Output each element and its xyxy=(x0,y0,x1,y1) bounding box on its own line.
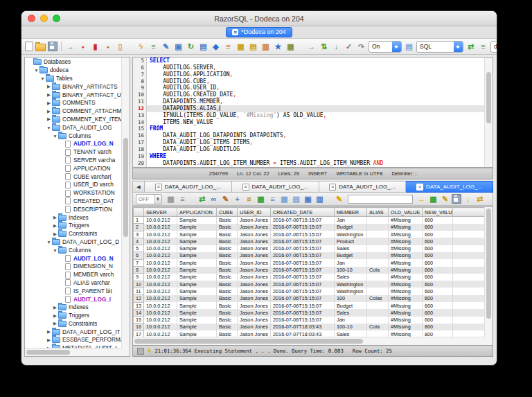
table-cell[interactable]: 600 xyxy=(423,288,453,294)
database-icon[interactable]: ▯ xyxy=(115,42,125,52)
table-cell[interactable]: Washington xyxy=(335,281,367,288)
table-cell[interactable]: #Missing xyxy=(389,274,423,281)
table-row[interactable]: 1510.0.0.212SampleBasicJason Jones2016-0… xyxy=(134,317,485,324)
table-cell[interactable]: Sample xyxy=(177,309,217,316)
table-row[interactable]: 210.0.0.212SampleBasicJason Jones2016-07… xyxy=(134,224,485,231)
table-cell[interactable]: Basic xyxy=(217,309,238,316)
table-cell[interactable]: 10.0.0.212 xyxy=(144,259,177,266)
table-cell[interactable]: #Missing xyxy=(389,281,423,288)
tree-item[interactable]: ▶COMMENTS xyxy=(25,99,122,107)
table-cell[interactable]: 600 xyxy=(423,259,453,266)
table-row[interactable]: 110.0.0.212SampleBasicJason Jones2016-07… xyxy=(134,217,485,224)
row-list-icon[interactable]: ≡ xyxy=(267,194,278,204)
window-icon[interactable]: ▤ xyxy=(404,42,414,52)
table-cell[interactable]: Jason Jones xyxy=(238,295,271,302)
expand-icon[interactable]: ▶ xyxy=(52,223,58,229)
expand-icon[interactable]: ▶ xyxy=(46,109,52,114)
table-cell[interactable]: 600 xyxy=(423,224,453,231)
table-cell[interactable] xyxy=(367,302,389,309)
results-tab[interactable]: ✕DATA_AUDIT_LOG_... xyxy=(406,181,493,193)
sync-icon[interactable]: ⇅ xyxy=(319,42,329,52)
expand-icon[interactable]: ▶ xyxy=(46,84,52,89)
collapse-icon[interactable]: ▼ xyxy=(52,248,58,253)
tree-item[interactable]: USER_ID varch xyxy=(25,181,122,189)
table-cell[interactable]: Sample xyxy=(177,224,217,231)
table-cell[interactable] xyxy=(367,231,389,238)
table-cell[interactable]: #Missing xyxy=(389,267,423,274)
table-cell[interactable]: Sample xyxy=(177,274,217,281)
table-cell[interactable]: Jason Jones xyxy=(238,309,271,316)
editor-vertical-scrollbar[interactable] xyxy=(484,58,493,167)
editor-line[interactable]: 5SELECT xyxy=(133,58,485,64)
table-cell[interactable]: 10.0.0.212 xyxy=(144,267,177,274)
sidebar-vertical-scrollbar[interactable] xyxy=(121,58,130,356)
editor-line[interactable]: 11 DATAPOINTS.MEMBER, xyxy=(133,98,485,105)
table-cell[interactable]: 10.0.0.212 xyxy=(144,309,177,316)
table-cell[interactable] xyxy=(367,317,389,324)
editor-line[interactable]: 10 AUDITLOG.CREATED_DATE, xyxy=(133,91,485,98)
table-cell[interactable]: #Missing xyxy=(389,309,423,316)
sort-rows-icon[interactable]: ≡ xyxy=(177,194,188,204)
row-number-cell[interactable]: 4 xyxy=(134,238,144,245)
expand-icon[interactable]: ▶ xyxy=(52,231,58,237)
close-tab-icon[interactable]: ✕ xyxy=(232,29,238,35)
tree-item[interactable]: ▼DATA_AUDIT_LOG xyxy=(25,123,122,132)
column-header[interactable]: CREATED_DATE xyxy=(271,208,335,217)
table-row[interactable]: 410.0.0.212SampleBasicJason Jones2016-07… xyxy=(134,238,485,245)
table-cell[interactable]: Jan xyxy=(335,317,367,324)
table-cell[interactable]: 600 xyxy=(423,252,453,259)
row-number-cell[interactable]: 11 xyxy=(134,288,144,294)
column-header[interactable]: SERVER xyxy=(144,208,177,217)
grid-vertical-scrollbar[interactable] xyxy=(484,207,493,345)
table-cell[interactable]: Jason Jones xyxy=(238,259,271,266)
table-row[interactable]: 310.0.0.212SampleBasicJason Jones2016-07… xyxy=(134,231,485,238)
table-cell[interactable]: 600 xyxy=(423,317,453,324)
tree-item[interactable]: DIMENSION_N xyxy=(25,263,122,271)
table-cell[interactable]: Sample xyxy=(177,288,217,294)
tree-item[interactable]: ▶Triggers xyxy=(25,312,122,320)
collapse-icon[interactable]: ▼ xyxy=(46,240,52,245)
editor-line[interactable]: 18 DATA_AUDIT_LOG AUDITLOG xyxy=(133,146,485,153)
close-results-tab-icon[interactable]: ✕ xyxy=(416,184,423,191)
table-cell[interactable]: Sample xyxy=(177,238,217,245)
table-cell[interactable]: Basic xyxy=(217,274,238,281)
row-number-cell[interactable]: 12 xyxy=(134,295,144,302)
favorites-icon[interactable]: ★ xyxy=(273,42,283,52)
max-rows-spinner[interactable]: OFF xyxy=(136,194,162,204)
table-cell[interactable]: 10.0.0.212 xyxy=(144,317,177,324)
connection-select[interactable]: dodeca xyxy=(490,41,497,53)
table-row[interactable]: 1610.0.0.212SampleBasicJason Jones2016-0… xyxy=(134,324,485,330)
table-cell[interactable]: Cola xyxy=(367,324,389,330)
table-cell[interactable]: Basic xyxy=(217,224,238,231)
editor-tab[interactable]: ✕ *Dodeca on 204 xyxy=(226,27,292,37)
scrollbar-thumb[interactable] xyxy=(486,209,491,319)
table-cell[interactable] xyxy=(367,224,389,231)
table-cell[interactable]: 2016-07-06T15:15:07 xyxy=(271,288,335,294)
table-cell[interactable]: #Missing xyxy=(389,217,423,224)
column-header[interactable]: ALIAS xyxy=(367,208,389,217)
table-cell[interactable]: Washington xyxy=(335,231,367,238)
editor-line[interactable]: 14 ITEMS.NEW_VALUE xyxy=(133,119,485,126)
close-results-tab-icon[interactable]: ✕ xyxy=(155,184,162,191)
table-cell[interactable]: Basic xyxy=(217,252,238,259)
table-cell[interactable]: 600 xyxy=(423,309,453,316)
table-cell[interactable]: #Missing xyxy=(389,245,423,252)
table-cell[interactable]: 600 xyxy=(423,295,453,302)
tree-item[interactable]: ▶DATA_AUDIT_LOG_IT xyxy=(25,328,122,336)
table-cell[interactable]: 600 xyxy=(423,274,453,281)
key-icon[interactable]: ¤ xyxy=(244,194,254,204)
expand-icon[interactable]: ▶ xyxy=(46,329,52,335)
import-icon[interactable]: ▥ xyxy=(260,42,271,52)
table-cell[interactable]: #Missing xyxy=(389,302,423,309)
tree-item[interactable]: CREATED_DAT xyxy=(25,197,122,206)
table-cell[interactable]: 10.0.0.212 xyxy=(144,288,177,294)
table-cell[interactable]: 2016-07-06T15:15:07 xyxy=(271,274,335,281)
editor-line[interactable]: 7 AUDITLOG.APPLICATION, xyxy=(133,71,485,78)
table-cell[interactable]: #Missing xyxy=(389,259,423,266)
table-cell[interactable]: Jason Jones xyxy=(238,317,271,324)
table-cell[interactable]: 10.0.0.212 xyxy=(144,217,177,224)
edit-sql-icon[interactable]: ✎ xyxy=(161,42,171,52)
table-cell[interactable]: Basic xyxy=(217,324,238,330)
title-bar[interactable]: RazorSQL - Dodeca on 204 xyxy=(21,11,497,26)
minimize-window-button[interactable] xyxy=(40,15,48,22)
